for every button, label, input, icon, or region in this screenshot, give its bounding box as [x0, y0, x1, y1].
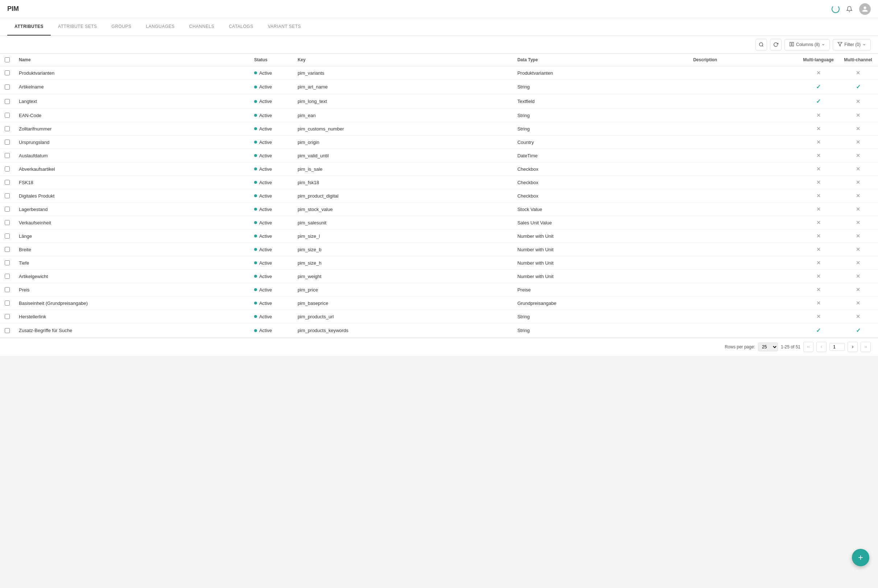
x-icon: ✕	[842, 153, 874, 158]
status-dot	[254, 168, 257, 170]
row-checkbox[interactable]	[5, 153, 10, 158]
row-description	[689, 94, 799, 109]
row-checkbox[interactable]	[5, 180, 10, 185]
row-description	[689, 283, 799, 297]
select-all-header	[0, 54, 15, 66]
status-dot	[254, 100, 257, 103]
row-checkbox[interactable]	[5, 328, 10, 333]
row-data-type: Grundpreisangabe	[513, 297, 689, 310]
row-checkbox[interactable]	[5, 207, 10, 212]
row-checkbox[interactable]	[5, 220, 10, 225]
row-key: pim_price	[293, 283, 513, 297]
row-checkbox[interactable]	[5, 166, 10, 171]
tab-groups[interactable]: GROUPS	[104, 18, 139, 36]
prev-page-button[interactable]	[817, 342, 827, 352]
row-multi-channel: ✕	[838, 94, 878, 109]
row-multi-language: ✕	[799, 122, 838, 136]
filter-label: Filter (0)	[844, 42, 861, 47]
pagination-range: 1-25 of 51	[781, 344, 800, 350]
row-name: Länge	[15, 230, 250, 243]
bell-icon[interactable]	[845, 5, 853, 13]
row-checkbox[interactable]	[5, 193, 10, 198]
row-checkbox[interactable]	[5, 274, 10, 279]
tab-languages[interactable]: LANGUAGES	[139, 18, 182, 36]
row-checkbox[interactable]	[5, 300, 10, 306]
tab-channels[interactable]: CHANNELS	[182, 18, 222, 36]
row-description	[689, 270, 799, 283]
toolbar: Columns (8) Filter (0)	[0, 36, 878, 54]
tab-catalogs[interactable]: CATALOGS	[222, 18, 261, 36]
table-row: ZolltarifnummerActivepim_customs_numberS…	[0, 122, 878, 136]
page-number-input[interactable]	[829, 343, 845, 351]
row-checkbox[interactable]	[5, 287, 10, 292]
pagination: Rows per page: 102550100 1-25 of 51	[0, 338, 878, 356]
header-multi-channel: Multi-channel	[838, 54, 878, 66]
x-icon: ✕	[842, 233, 874, 239]
row-checkbox-cell	[0, 216, 15, 230]
status-label: Active	[259, 180, 272, 185]
row-multi-channel: ✕	[838, 162, 878, 176]
status-dot	[254, 221, 257, 224]
row-status: Active	[250, 230, 293, 243]
row-status: Active	[250, 216, 293, 230]
table-row: LängeActivepim_size_lNumber with Unit✕✕	[0, 230, 878, 243]
status-label: Active	[259, 314, 272, 320]
status-label: Active	[259, 140, 272, 145]
row-checkbox-cell	[0, 80, 15, 94]
table-row: EAN-CodeActivepim_eanString✕✕	[0, 109, 878, 122]
row-multi-language: ✕	[799, 216, 838, 230]
row-checkbox[interactable]	[5, 84, 10, 90]
row-checkbox[interactable]	[5, 314, 10, 319]
header-data-type: Data Type	[513, 54, 689, 66]
row-checkbox[interactable]	[5, 126, 10, 131]
tab-attributes[interactable]: ATTRIBUTES	[7, 18, 51, 36]
app-header: PIM	[0, 0, 878, 18]
refresh-button[interactable]	[770, 39, 782, 50]
filter-button[interactable]: Filter (0)	[833, 39, 871, 50]
table-row: LagerbestandActivepim_stock_valueStock V…	[0, 202, 878, 216]
search-button[interactable]	[755, 39, 767, 50]
row-checkbox[interactable]	[5, 247, 10, 252]
first-page-button[interactable]	[803, 342, 814, 352]
row-name: Verkaufseinheit	[15, 216, 250, 230]
status-label: Active	[259, 260, 272, 266]
tab-attribute-sets[interactable]: ATTRIBUTE SETS	[51, 18, 104, 36]
row-data-type: Checkbox	[513, 176, 689, 189]
row-multi-channel: ✓	[838, 323, 878, 338]
row-data-type: Sales Unit Value	[513, 216, 689, 230]
row-status: Active	[250, 66, 293, 80]
check-icon: ✓	[803, 98, 834, 105]
row-multi-channel: ✕	[838, 176, 878, 189]
status-dot	[254, 234, 257, 237]
next-page-button[interactable]	[848, 342, 858, 352]
row-name: Ursprungsland	[15, 136, 250, 149]
columns-button[interactable]: Columns (8)	[785, 39, 830, 50]
row-key: pim_salesunit	[293, 216, 513, 230]
sync-icon[interactable]	[832, 5, 840, 13]
last-page-button[interactable]	[861, 342, 871, 352]
header-multi-language: Multi-language	[799, 54, 838, 66]
row-status: Active	[250, 202, 293, 216]
row-checkbox[interactable]	[5, 260, 10, 266]
row-status: Active	[250, 256, 293, 270]
row-description	[689, 216, 799, 230]
status-label: Active	[259, 70, 272, 76]
row-description	[689, 323, 799, 338]
row-checkbox-cell	[0, 270, 15, 283]
row-checkbox[interactable]	[5, 70, 10, 75]
row-description	[689, 297, 799, 310]
row-multi-channel: ✕	[838, 216, 878, 230]
status-dot	[254, 302, 257, 304]
status-label: Active	[259, 99, 272, 104]
avatar[interactable]	[859, 3, 871, 15]
row-checkbox[interactable]	[5, 234, 10, 238]
tab-variant-sets[interactable]: VARIANT SETS	[261, 18, 309, 36]
row-data-type: Number with Unit	[513, 256, 689, 270]
row-multi-language: ✕	[799, 66, 838, 80]
row-key: pim_ean	[293, 109, 513, 122]
select-all-checkbox[interactable]	[5, 57, 10, 62]
row-checkbox[interactable]	[5, 99, 10, 104]
row-checkbox[interactable]	[5, 113, 10, 118]
rows-per-page-select[interactable]: 102550100	[758, 343, 778, 351]
row-checkbox[interactable]	[5, 140, 10, 145]
